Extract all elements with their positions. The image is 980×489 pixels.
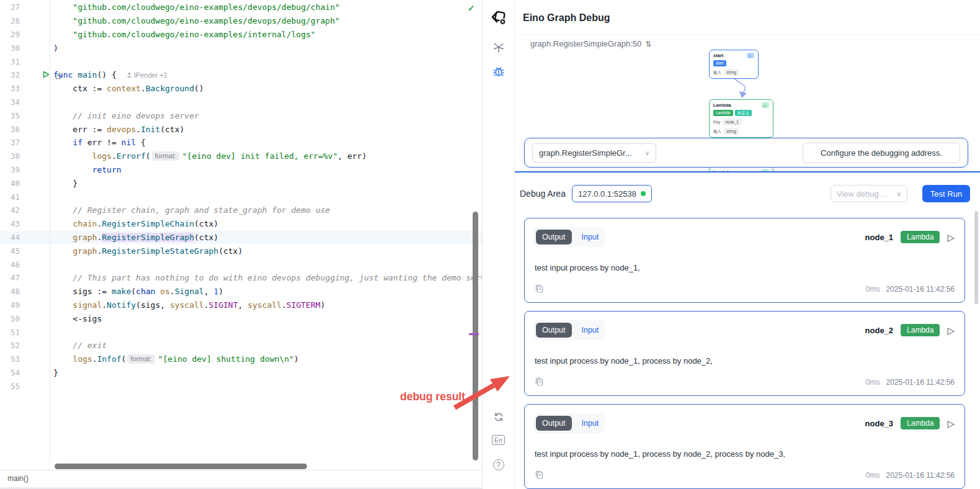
- code-text: sigs := make(chan os.Signal, 1): [50, 287, 223, 296]
- tab-input[interactable]: Input: [578, 419, 603, 428]
- code-token: err !=: [82, 138, 122, 147]
- node-play-button[interactable]: ▷: [762, 102, 769, 108]
- gutter: [20, 312, 50, 325]
- card-tabs: OutputInput: [533, 227, 605, 247]
- play-node-button[interactable]: ▷: [947, 233, 955, 242]
- code-token: [53, 138, 73, 147]
- code-token: () {: [97, 70, 116, 79]
- language-icon[interactable]: En: [482, 435, 515, 445]
- timestamp: 2025-01-16 11:42:56: [886, 285, 955, 294]
- code-token: Infof: [97, 354, 121, 364]
- card-tabs: OutputInput: [533, 413, 605, 433]
- card-footer: 0ms2025-01-16 11:42:56: [535, 470, 955, 480]
- editor-vertical-scrollbar[interactable]: [473, 212, 478, 460]
- status-dot: [641, 191, 646, 196]
- graph-section-divider: [515, 171, 980, 173]
- code-vision-authors[interactable]: IPender +1: [127, 71, 167, 79]
- node-name: node_3: [865, 419, 894, 428]
- gutter: [20, 244, 50, 258]
- line-number: 46: [0, 260, 20, 269]
- refresh-icon[interactable]: [482, 411, 515, 423]
- panel-scrollbar[interactable]: [974, 211, 978, 304]
- code-token: (: [122, 354, 127, 364]
- line-number: 28: [0, 16, 20, 25]
- tab-output[interactable]: Output: [536, 323, 572, 338]
- copy-button[interactable]: [535, 470, 544, 480]
- code-line: 37 if err != nil {: [0, 136, 482, 150]
- gutter: [20, 163, 50, 177]
- help-icon-glyph: ?: [493, 459, 504, 470]
- debug-result-card: OutputInputnode_1Lambda▷test input proce…: [524, 218, 965, 303]
- tab-output[interactable]: Output: [536, 230, 572, 244]
- help-icon[interactable]: ?: [482, 459, 515, 470]
- code-line: 36 err := devops.Init(ctx): [0, 122, 482, 136]
- line-number: 53: [0, 354, 20, 364]
- node-field-value: string: [724, 69, 739, 76]
- line-number: 43: [0, 219, 20, 228]
- copy-button[interactable]: [535, 377, 544, 387]
- result-text: test input process by node_1, process by…: [535, 449, 785, 459]
- code-token: Init: [141, 125, 160, 134]
- tab-input[interactable]: Input: [578, 326, 603, 334]
- code-token: }: [53, 179, 78, 188]
- code-token: // init eino devops server: [73, 111, 199, 120]
- run-main-button[interactable]: [43, 71, 50, 80]
- code-line: 42 // Register chain, graph and state_gr…: [0, 204, 482, 217]
- configure-address-button[interactable]: Configure the debugging address.: [803, 143, 960, 163]
- chevron-down-icon: ∨: [897, 191, 901, 197]
- code-text: // This part has nothing to do with eino…: [50, 273, 482, 282]
- code-token: "[eino dev] init failed, err=%v": [182, 151, 337, 161]
- tab-output[interactable]: Output: [536, 416, 572, 431]
- code-text: // exit: [50, 341, 107, 350]
- view-debug-select[interactable]: View debug ... ∨: [831, 185, 907, 202]
- code-token: "github.com/cloudwego/eino-examples/devo…: [73, 16, 339, 25]
- editor-horizontal-scrollbar[interactable]: [55, 464, 307, 469]
- play-node-button[interactable]: ▷: [947, 326, 955, 335]
- debug-result-card: OutputInputnode_3Lambda▷test input proce…: [524, 404, 965, 489]
- graph-node-start[interactable]: start▷start输入string: [709, 50, 759, 79]
- gutter: [20, 122, 50, 136]
- duration: 0ms: [866, 285, 880, 294]
- code-token: .: [204, 300, 209, 310]
- gutter: [20, 379, 50, 393]
- node-badges: Lambda自定义: [713, 110, 769, 116]
- graph-node-node_1[interactable]: Lambda▷Lambda自定义Keynode_1输入string: [709, 99, 773, 138]
- code-token: nil: [122, 138, 136, 147]
- gutter-related-icon[interactable]: [54, 73, 62, 82]
- code-text: err := devops.Init(ctx): [50, 125, 184, 134]
- code-token: Errorf: [117, 151, 146, 161]
- gutter: [20, 28, 50, 42]
- node-name: node_2: [865, 326, 894, 335]
- code-token: graph: [73, 233, 97, 242]
- graph-view-icon[interactable]: [482, 41, 515, 53]
- tab-input[interactable]: Input: [578, 233, 603, 241]
- graph-select[interactable]: graph.RegisterSimpleGr... ∨: [532, 143, 656, 163]
- debug-address-chip[interactable]: 127.0.0.1:52538: [572, 185, 652, 202]
- gutter: [20, 217, 50, 231]
- timestamp: 2025-01-16 11:42:56: [886, 378, 955, 387]
- chevron-down-icon: ∨: [645, 150, 649, 156]
- code-text: <-sigs: [50, 314, 102, 323]
- gutter: [20, 190, 50, 204]
- code-token: ): [321, 300, 326, 310]
- line-number: 51: [0, 328, 20, 337]
- line-number: 44: [0, 233, 20, 242]
- breadcrumb: main(): [0, 470, 482, 483]
- code-token: [53, 165, 92, 174]
- gutter: [20, 285, 50, 298]
- code-line: 48 sigs := make(chan os.Signal, 1): [0, 285, 482, 298]
- line-number: 27: [0, 2, 20, 12]
- code-text: "github.com/cloudwego/eino-examples/devo…: [50, 16, 340, 25]
- code-token: logs: [73, 354, 92, 364]
- test-run-button[interactable]: Test Run: [922, 185, 970, 202]
- play-node-button[interactable]: ▷: [947, 419, 955, 428]
- line-number: 38: [0, 151, 20, 161]
- code-line: 29 "github.com/cloudwego/eino-examples/i…: [0, 28, 482, 42]
- node-title: start: [713, 53, 723, 58]
- code-line: 35 // init eino devops server: [0, 109, 482, 122]
- node-play-button[interactable]: ▷: [747, 53, 754, 58]
- debug-bug-icon[interactable]: [482, 65, 515, 78]
- code-editor[interactable]: 27 "github.com/cloudwego/eino-examples/d…: [0, 0, 482, 470]
- code-token: .: [136, 125, 141, 134]
- copy-button[interactable]: [535, 284, 544, 294]
